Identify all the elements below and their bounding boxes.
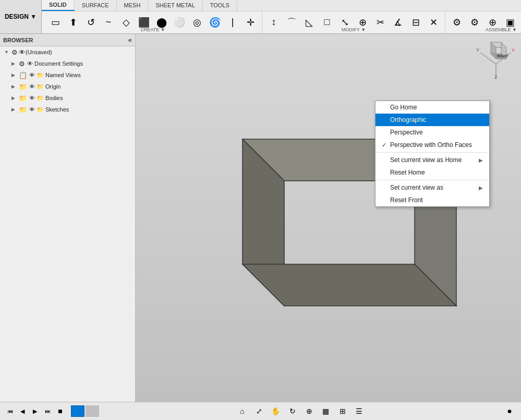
orbit-button[interactable]: ↻ — [285, 405, 300, 417]
tab-solid[interactable]: SOLID — [42, 0, 75, 11]
timeline-area — [71, 405, 99, 417]
svg-text:Z: Z — [494, 75, 498, 80]
browser-panel: BROWSER « ▼⚙👁(Unsaved)▶⚙👁Document Settin… — [0, 34, 136, 402]
toolbar: DESIGN ▼ SOLIDSURFACEMESHSHEET METALTOOL… — [0, 0, 521, 34]
expand-arrow-bodies[interactable]: ▶ — [11, 95, 19, 101]
tool-group-create: ▭⬆↺~◇⬛⬤⚪◎🌀|✛CREATE ▼ — [44, 11, 262, 33]
expand-arrow-named-views[interactable]: ▶ — [11, 72, 19, 78]
browser-label-named-views: Named Views — [45, 72, 81, 78]
ctx-item-orthographic[interactable]: Orthographic — [375, 114, 489, 126]
browser-label-doc-settings: Document Settings — [34, 60, 83, 67]
visibility-icon-sketches[interactable]: 👁 — [29, 106, 35, 113]
grid-display-button[interactable]: ▦ — [319, 405, 333, 417]
box-container — [136, 34, 521, 402]
play-button[interactable]: ▶ — [29, 405, 41, 417]
ctx-label-reset-front: Reset Front — [390, 196, 483, 204]
ctx-separator-4 — [375, 152, 489, 153]
ctx-label-perspective: Perspective — [390, 129, 483, 136]
tab-tools[interactable]: TOOLS — [203, 0, 237, 11]
context-menu: Go HomeOrthographicPerspective✓Perspecti… — [375, 101, 490, 207]
browser-item-doc-settings[interactable]: ▶⚙👁Document Settings — [0, 58, 135, 69]
ctx-item-set-home[interactable]: Set current view as Home▶ — [375, 154, 489, 166]
ctx-label-set-home: Set current view as Home — [390, 156, 479, 164]
browser-label-root: (Unsaved) — [26, 49, 52, 55]
pan-button[interactable]: ✋ — [269, 405, 283, 417]
browser-icon-sketches: 📁 — [19, 106, 27, 114]
visibility-icon-named-views[interactable]: 👁 — [29, 72, 35, 78]
tools-row: ▭⬆↺~◇⬛⬤⚪◎🌀|✛CREATE ▼↕⌒◺□⤡⊕✂∡⊟✕MODIFY ▼⚙⚙… — [42, 11, 521, 33]
timeline-thumb-2[interactable] — [86, 405, 99, 417]
ctx-item-set-current[interactable]: Set current view as▶ — [375, 181, 489, 194]
ctx-label-orthographic: Orthographic — [390, 116, 483, 123]
tabs-row: SOLIDSURFACEMESHSHEET METALTOOLS — [42, 0, 521, 11]
bottom-center-tools: ⌂ ⤢ ✋ ↻ ⊕ ▦ ⊞ ☰ — [235, 405, 367, 417]
ctx-check-perspective-ortho: ✓ — [382, 142, 390, 149]
look-at-button[interactable]: ⤢ — [252, 405, 266, 417]
ctx-item-reset-home[interactable]: Reset Home — [375, 166, 489, 179]
browser-title: BROWSER — [3, 37, 33, 43]
svg-text:Y: Y — [476, 47, 479, 53]
browser-item-root[interactable]: ▼⚙👁(Unsaved) — [0, 46, 135, 58]
browser-item-sketches[interactable]: ▶📁👁📁Sketches — [0, 104, 135, 115]
ctx-item-perspective-ortho[interactable]: ✓Perspective with Ortho Faces — [375, 139, 489, 151]
browser-icon-named-views: 📋 — [19, 71, 27, 79]
view-cube[interactable]: Y X Z RIGHT — [470, 38, 517, 80]
display-settings-button[interactable]: ☰ — [352, 405, 367, 417]
timeline-thumb-1[interactable] — [71, 405, 84, 417]
browser-icon-bodies: 📁 — [19, 94, 27, 102]
expand-arrow-root[interactable]: ▼ — [4, 50, 11, 55]
ctx-item-go-home[interactable]: Go Home — [375, 101, 489, 114]
prev-button[interactable]: ◀ — [17, 405, 28, 417]
browser-icon-doc-settings: ⚙ — [19, 60, 25, 68]
ctx-item-perspective[interactable]: Perspective — [375, 126, 489, 139]
ctx-arrow-set-home: ▶ — [479, 157, 483, 163]
prev-start-button[interactable]: ⏮ — [4, 405, 16, 417]
folder-icon-bodies: 📁 — [37, 95, 44, 102]
browser-header: BROWSER « — [0, 34, 135, 46]
ctx-label-perspective-ortho: Perspective with Ortho Faces — [390, 141, 483, 149]
browser-eye-icon[interactable]: 👁 — [19, 48, 26, 56]
expand-arrow-sketches[interactable]: ▶ — [11, 107, 19, 112]
stop-button[interactable]: ⏹ — [54, 405, 66, 417]
ctx-label-set-current: Set current view as — [390, 184, 479, 191]
browser-label-sketches: Sketches — [45, 106, 69, 113]
ctx-item-reset-front[interactable]: Reset Front — [375, 194, 489, 206]
visibility-icon-bodies[interactable]: 👁 — [29, 95, 35, 101]
browser-item-origin[interactable]: ▶📁👁📁Origin — [0, 81, 135, 92]
next-button[interactable]: ⏭ — [42, 405, 53, 417]
ctx-arrow-set-current: ▶ — [479, 185, 483, 191]
expand-arrow-origin[interactable]: ▶ — [11, 84, 19, 89]
design-button[interactable]: DESIGN ▼ — [0, 0, 42, 33]
ctx-label-go-home: Go Home — [390, 104, 483, 111]
browser-settings-icon[interactable]: ⚙ — [11, 48, 18, 56]
tool-group-label-create: CREATE ▼ — [44, 27, 262, 32]
visibility-icon-origin[interactable]: 👁 — [29, 83, 35, 90]
tab-sheet_metal[interactable]: SHEET METAL — [148, 0, 202, 11]
tool-group-modify: ↕⌒◺□⤡⊕✂∡⊟✕MODIFY ▼ — [262, 11, 445, 33]
notification-button[interactable]: ● — [502, 405, 517, 417]
tabs-area: SOLIDSURFACEMESHSHEET METALTOOLS ▭⬆↺~◇⬛⬤… — [42, 0, 521, 33]
ctx-label-reset-home: Reset Home — [390, 169, 483, 176]
browser-item-named-views[interactable]: ▶📋👁📁Named Views — [0, 69, 135, 81]
tab-mesh[interactable]: MESH — [117, 0, 149, 11]
tool-group-label-assemble: ASSEMBLE ▼ — [445, 27, 521, 32]
bottom-right: ● — [502, 405, 517, 417]
expand-arrow-doc-settings[interactable]: ▶ — [11, 61, 19, 66]
browser-label-bodies: Bodies — [45, 95, 63, 101]
svg-text:X: X — [512, 47, 515, 53]
zoom-button[interactable]: ⊕ — [302, 405, 317, 417]
viewport[interactable]: BROWSER « ▼⚙👁(Unsaved)▶⚙👁Document Settin… — [0, 34, 521, 402]
tool-group-assemble: ⚙⚙⊕▣▶🔗ASSEMBLE ▼ — [445, 11, 521, 33]
folder-icon-origin: 📁 — [37, 83, 44, 90]
play-controls: ⏮ ◀ ▶ ⏭ ⏹ — [4, 405, 99, 417]
viewport-layout-button[interactable]: ⊞ — [335, 405, 350, 417]
tab-surface[interactable]: SURFACE — [75, 0, 117, 11]
folder-icon-named-views: 📁 — [37, 72, 44, 79]
browser-collapse-icon[interactable]: « — [128, 36, 132, 44]
visibility-icon-doc-settings[interactable]: 👁 — [27, 60, 33, 67]
home-view-button[interactable]: ⌂ — [235, 405, 250, 417]
tool-group-label-modify: MODIFY ▼ — [262, 27, 445, 32]
folder-icon-sketches: 📁 — [37, 106, 44, 113]
ctx-separator-6 — [375, 180, 489, 180]
browser-item-bodies[interactable]: ▶📁👁📁Bodies — [0, 92, 135, 104]
